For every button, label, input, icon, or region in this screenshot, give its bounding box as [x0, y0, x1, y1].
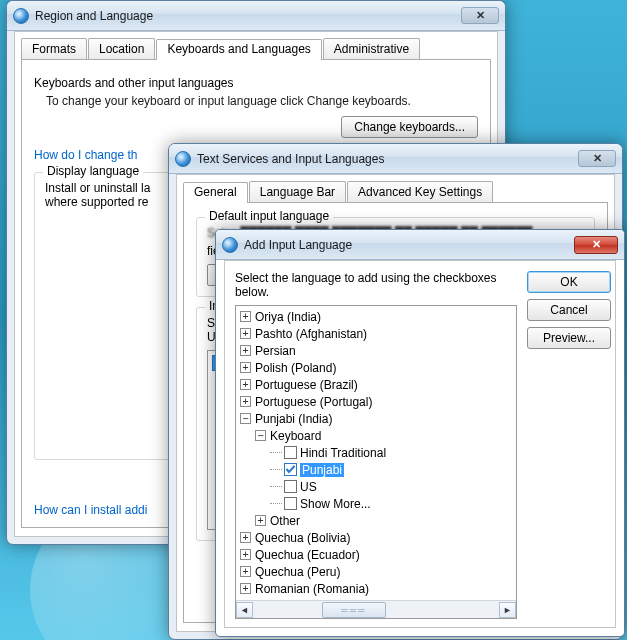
tree-node-collapsed[interactable]: Quechua (Bolivia) [240, 529, 516, 546]
tree-leaf[interactable]: Punjabi [240, 461, 516, 478]
tabs: Formats Location Keyboards and Languages… [21, 38, 491, 60]
expand-icon[interactable] [240, 396, 251, 407]
titlebar[interactable]: Region and Language ✕ [7, 1, 505, 31]
close-button[interactable]: ✕ [578, 150, 616, 167]
tree-node-collapsed[interactable]: Portuguese (Brazil) [240, 376, 516, 393]
language-tree-container: Oriya (India)Pashto (Afghanistan)Persian… [235, 305, 517, 619]
section-heading: Keyboards and other input languages [34, 76, 478, 90]
checkbox[interactable] [284, 480, 297, 493]
window-title: Add Input Language [244, 238, 574, 252]
globe-icon [222, 237, 238, 253]
close-button[interactable]: ✕ [461, 7, 499, 24]
checkbox[interactable] [284, 463, 297, 476]
right-pane: OK Cancel Preview... [527, 271, 605, 619]
tree-leaf[interactable]: Hindi Traditional [240, 444, 516, 461]
globe-icon [175, 151, 191, 167]
scroll-right-button[interactable]: ► [499, 602, 516, 618]
tree-label: Other [270, 514, 300, 528]
expand-icon[interactable] [255, 430, 266, 441]
tree-node-collapsed[interactable]: Quechua (Ecuador) [240, 546, 516, 563]
tree-label: US [300, 480, 317, 494]
expand-icon[interactable] [240, 311, 251, 322]
tree-label: Portuguese (Portugal) [255, 395, 372, 409]
group-legend: Display language [43, 164, 143, 178]
tree-node-collapsed[interactable]: Persian [240, 342, 516, 359]
tree-label: Pashto (Afghanistan) [255, 327, 367, 341]
expand-icon[interactable] [240, 566, 251, 577]
preview-button[interactable]: Preview... [527, 327, 611, 349]
add-input-language-window: Add Input Language ✕ Select the language… [215, 229, 625, 637]
tree-label: Persian [255, 344, 296, 358]
instruction-text: Select the language to add using the che… [235, 271, 517, 299]
tree-node-collapsed[interactable]: Quechua (Peru) [240, 563, 516, 580]
tree-node-expanded[interactable]: Punjabi (India) [240, 410, 516, 427]
expand-icon[interactable] [255, 515, 266, 526]
tree-leaf[interactable]: US [240, 478, 516, 495]
expand-icon[interactable] [240, 549, 251, 560]
tree-label: Keyboard [270, 429, 321, 443]
tree-label: Romanian (Romania) [255, 582, 369, 596]
ok-button[interactable]: OK [527, 271, 611, 293]
tabs: General Language Bar Advanced Key Settin… [183, 181, 608, 203]
window-title: Text Services and Input Languages [197, 152, 578, 166]
tree-node-collapsed[interactable]: Romanian (Romania) [240, 580, 516, 597]
tab-keyboards-languages[interactable]: Keyboards and Languages [156, 39, 321, 60]
tree-node-collapsed[interactable]: Pashto (Afghanistan) [240, 325, 516, 342]
scroll-left-button[interactable]: ◄ [236, 602, 253, 618]
tree-node-keyboard[interactable]: Keyboard [240, 427, 516, 444]
scroll-thumb[interactable]: ═══ [322, 602, 386, 618]
titlebar[interactable]: Text Services and Input Languages ✕ [169, 144, 622, 174]
expand-icon[interactable] [240, 345, 251, 356]
tree-node-collapsed[interactable]: Oriya (India) [240, 308, 516, 325]
expand-icon[interactable] [240, 379, 251, 390]
tree-label: Portuguese (Brazil) [255, 378, 358, 392]
help-link-install[interactable]: How can I install addi [34, 503, 147, 517]
tab-advanced-key[interactable]: Advanced Key Settings [347, 181, 493, 202]
tree-label: Polish (Poland) [255, 361, 336, 375]
expand-icon[interactable] [240, 583, 251, 594]
group-legend: Default input language [205, 209, 333, 223]
expand-icon[interactable] [240, 532, 251, 543]
tree-node-collapsed[interactable]: Portuguese (Portugal) [240, 393, 516, 410]
checkbox[interactable] [284, 446, 297, 459]
scroll-track[interactable]: ═══ [253, 602, 499, 618]
tree-label: Punjabi (India) [255, 412, 332, 426]
tree-label: Quechua (Ecuador) [255, 548, 360, 562]
tree-label: Show More... [300, 497, 371, 511]
tab-formats[interactable]: Formats [21, 38, 87, 59]
client-area: Select the language to add using the che… [224, 260, 616, 628]
language-tree[interactable]: Oriya (India)Pashto (Afghanistan)Persian… [236, 306, 516, 600]
change-keyboards-button[interactable]: Change keyboards... [341, 116, 478, 138]
tab-language-bar[interactable]: Language Bar [249, 181, 346, 202]
checkbox[interactable] [284, 497, 297, 510]
globe-icon [13, 8, 29, 24]
expand-icon[interactable] [240, 362, 251, 373]
tree-label: Hindi Traditional [300, 446, 386, 460]
tree-leaf[interactable]: Show More... [240, 495, 516, 512]
window-title: Region and Language [35, 9, 461, 23]
tab-general[interactable]: General [183, 182, 248, 203]
expand-icon[interactable] [240, 328, 251, 339]
tab-location[interactable]: Location [88, 38, 155, 59]
tree-label: Oriya (India) [255, 310, 321, 324]
titlebar[interactable]: Add Input Language ✕ [216, 230, 624, 260]
tree-node-collapsed[interactable]: Polish (Poland) [240, 359, 516, 376]
tree-label: Quechua (Peru) [255, 565, 340, 579]
cancel-button[interactable]: Cancel [527, 299, 611, 321]
left-pane: Select the language to add using the che… [235, 271, 517, 619]
tree-node-collapsed[interactable]: Other [240, 512, 516, 529]
help-link-change[interactable]: How do I change th [34, 148, 137, 162]
tree-label: Punjabi [300, 463, 344, 477]
horizontal-scrollbar[interactable]: ◄ ═══ ► [236, 600, 516, 618]
expand-icon[interactable] [240, 413, 251, 424]
close-button[interactable]: ✕ [574, 236, 618, 254]
tree-label: Quechua (Bolivia) [255, 531, 350, 545]
tab-administrative[interactable]: Administrative [323, 38, 420, 59]
section-text: To change your keyboard or input languag… [46, 94, 478, 108]
